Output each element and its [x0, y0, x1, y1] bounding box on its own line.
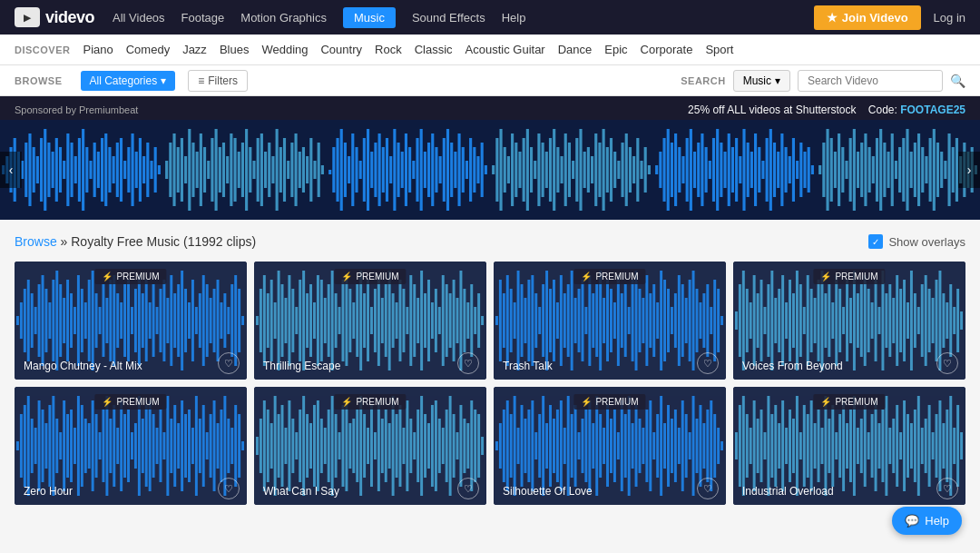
svg-rect-42	[165, 161, 168, 179]
svg-rect-519	[38, 400, 41, 491]
svg-rect-196	[761, 161, 764, 179]
svg-rect-552	[156, 428, 159, 464]
discover-corporate[interactable]: Corporate	[641, 43, 693, 56]
discover-wedding[interactable]: Wedding	[261, 43, 308, 56]
carousel-next-button[interactable]: ›	[958, 152, 980, 188]
discover-acoustic-guitar[interactable]: Acoustic Guitar	[466, 43, 545, 56]
nav-footage[interactable]: Footage	[181, 11, 225, 25]
svg-rect-515	[24, 405, 26, 487]
favorite-button-5[interactable]: ♡	[218, 478, 240, 499]
svg-rect-62	[241, 143, 244, 197]
svg-rect-623	[416, 410, 419, 482]
svg-rect-216	[841, 147, 844, 193]
svg-rect-445	[717, 289, 720, 352]
carousel-item-2[interactable]	[163, 120, 327, 220]
svg-rect-738	[842, 400, 845, 491]
nav-help[interactable]: Help	[502, 11, 526, 25]
favorite-button-3[interactable]: ♡	[697, 352, 719, 374]
svg-rect-283	[123, 284, 126, 357]
music-card-8[interactable]: ⚡ PREMIUM Industrial Overload ♡	[733, 387, 965, 505]
search-submit-button[interactable]: 🔍	[950, 74, 965, 88]
carousel-item-1[interactable]	[0, 120, 163, 220]
favorite-button-2[interactable]: ♡	[457, 352, 479, 374]
favorite-button-6[interactable]: ♡	[457, 478, 479, 499]
overlay-checkbox[interactable]: ✓	[868, 234, 883, 249]
svg-rect-401	[560, 275, 563, 366]
discover-epic[interactable]: Epic	[604, 43, 627, 56]
svg-rect-304	[199, 293, 201, 348]
svg-rect-595	[317, 400, 319, 491]
nav-music[interactable]: Music	[343, 7, 396, 28]
discover-rock[interactable]: Rock	[375, 43, 402, 56]
logo[interactable]: ▶ videvo	[15, 7, 94, 27]
svg-rect-346	[356, 284, 358, 357]
search-input[interactable]	[798, 70, 943, 92]
discover-sport[interactable]: Sport	[705, 43, 733, 56]
carousel-item-6[interactable]	[817, 120, 980, 220]
svg-rect-49	[191, 143, 194, 197]
svg-rect-709	[739, 405, 741, 487]
carousel-item-3[interactable]	[327, 120, 490, 220]
svg-rect-746	[871, 414, 874, 478]
svg-rect-717	[767, 396, 769, 496]
svg-rect-451	[746, 289, 749, 352]
svg-rect-72	[279, 147, 282, 193]
svg-rect-34	[131, 133, 133, 206]
favorite-button-4[interactable]: ♡	[936, 352, 958, 374]
discover-comedy[interactable]: Comedy	[126, 43, 170, 56]
svg-rect-166	[644, 147, 647, 193]
favorite-button-8[interactable]: ♡	[936, 478, 958, 499]
discover-dance[interactable]: Dance	[558, 43, 593, 56]
carousel-prev-button[interactable]: ‹	[0, 152, 22, 188]
music-card-5[interactable]: ⚡ PREMIUM Zero Hour ♡	[15, 387, 247, 505]
search-type-button[interactable]: Music ▾	[733, 70, 790, 92]
login-link[interactable]: Log in	[934, 11, 965, 25]
svg-rect-536	[99, 432, 102, 459]
svg-rect-97	[378, 133, 381, 206]
svg-rect-648	[514, 396, 516, 496]
discover-country[interactable]: Country	[320, 43, 362, 56]
carousel-item-4[interactable]	[490, 120, 653, 220]
svg-rect-429	[660, 271, 662, 370]
nav-sound-effects[interactable]: Sound Effects	[412, 11, 485, 25]
svg-rect-734	[828, 419, 830, 473]
favorite-button-1[interactable]: ♡	[218, 352, 240, 374]
svg-rect-240	[933, 129, 936, 211]
music-card-4[interactable]: ⚡ PREMIUM Voices From Beyond ♡	[733, 262, 965, 380]
carousel-item-5[interactable]	[653, 120, 817, 220]
browse-title-text: » Royalty Free Music (	[61, 234, 188, 249]
nav-motion-graphics[interactable]: Motion Graphics	[240, 11, 327, 25]
music-card-3[interactable]: ⚡ PREMIUM Trash Talk ♡	[494, 262, 726, 380]
svg-rect-418	[621, 293, 623, 348]
svg-rect-223	[868, 147, 871, 193]
all-categories-button[interactable]: All Categories ▾	[81, 71, 176, 91]
discover-jazz[interactable]: Jazz	[182, 43, 207, 56]
filters-button[interactable]: ≡ Filters	[188, 70, 248, 92]
join-button[interactable]: ★ Join Videvo	[814, 5, 921, 30]
promo-text: 25% off ALL videos at Shutterstock Code:…	[688, 104, 965, 116]
discover-piano[interactable]: Piano	[83, 43, 113, 56]
discover-blues[interactable]: Blues	[220, 43, 250, 56]
music-card-7[interactable]: ⚡ PREMIUM Silhouette Of Love ♡	[494, 387, 726, 505]
music-card-6[interactable]: ⚡ PREMIUM What Can I Say ♡	[254, 387, 486, 505]
browse-link[interactable]: Browse	[15, 234, 57, 249]
svg-rect-411	[595, 284, 598, 357]
svg-rect-20	[78, 138, 81, 202]
svg-rect-720	[778, 423, 780, 469]
svg-rect-200	[777, 152, 779, 188]
svg-rect-400	[556, 302, 559, 339]
favorite-button-7[interactable]: ♡	[697, 478, 719, 499]
svg-rect-54	[211, 138, 213, 202]
svg-rect-164	[636, 138, 639, 202]
svg-rect-361	[409, 275, 412, 366]
svg-rect-700	[699, 405, 701, 487]
svg-rect-649	[517, 428, 520, 464]
music-card-2[interactable]: ⚡ PREMIUM Thrilling Escape ♡	[254, 262, 486, 380]
help-button[interactable]: 💬 Help	[892, 507, 962, 519]
music-card-1[interactable]: ⚡ PREMIUM Mango Chutney - Alt Mix ♡	[15, 262, 247, 380]
premium-badge-6: ⚡ PREMIUM	[334, 394, 406, 410]
nav-all-videos[interactable]: All Videos	[113, 11, 165, 25]
discover-classic[interactable]: Classic	[415, 43, 453, 56]
show-overlays-toggle[interactable]: ✓ Show overlays	[868, 234, 965, 249]
svg-rect-185	[720, 143, 722, 197]
